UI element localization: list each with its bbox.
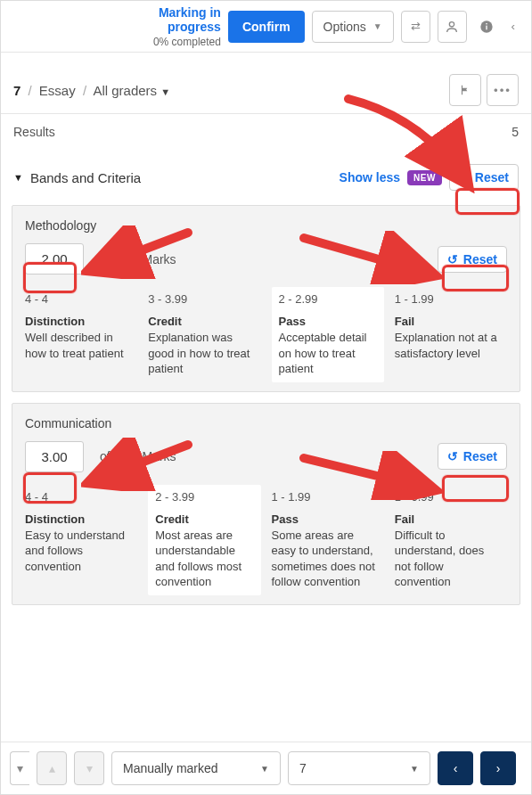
- reset-all-button[interactable]: ↺ Reset: [449, 164, 519, 191]
- collapse-button[interactable]: ‹: [506, 11, 520, 43]
- flag-button[interactable]: [449, 74, 481, 106]
- results-count: 5: [512, 125, 519, 139]
- band-cell[interactable]: 4 - 4DistinctionWell described in how to…: [25, 287, 137, 382]
- band-range: 1 - 0.99: [395, 490, 502, 504]
- bands-title: Bands and Criteria: [30, 170, 141, 185]
- page-select[interactable]: 7 ▼: [288, 751, 430, 785]
- info-icon: [479, 20, 494, 34]
- band-desc: Explanation was good in how to treat pat…: [148, 330, 255, 377]
- down-button[interactable]: ▾: [74, 751, 104, 785]
- band-cell[interactable]: 1 - 1.99PassSome areas are easy to under…: [272, 485, 384, 595]
- mark-input[interactable]: [25, 243, 84, 275]
- chevron-left-icon: ‹: [454, 761, 458, 775]
- svg-point-0: [449, 21, 454, 26]
- band-range: 4 - 4: [25, 490, 132, 504]
- results-row: Results 5: [1, 113, 531, 150]
- chevron-down-icon: ▼: [260, 764, 269, 774]
- filter-label: Manually marked: [123, 761, 218, 775]
- band-range: 1 - 1.99: [395, 292, 502, 306]
- prev-button[interactable]: ‹: [438, 751, 473, 785]
- band-name: Distinction: [25, 512, 132, 526]
- undo-icon: ↺: [447, 450, 458, 463]
- band-desc: Well described in how to treat patient: [25, 330, 132, 361]
- top-toolbar: Marking in progress 0% completed Confirm…: [1, 1, 531, 53]
- bottom-bar: ▾ ▴ ▾ Manually marked ▼ 7 ▼ ‹ ›: [1, 742, 531, 794]
- band-range: 1 - 1.99: [272, 490, 379, 504]
- band-name: Fail: [395, 512, 502, 526]
- chevron-down-icon: ▼: [373, 21, 382, 31]
- status-block: Marking in progress 0% completed: [12, 5, 221, 48]
- band-desc: Explanation not at a satisfactory level: [395, 330, 502, 361]
- criteria-card: Communicationof 0 - 4 Marks↺Reset4 - 4Di…: [12, 403, 520, 605]
- band-cell[interactable]: 2 - 2.99PassAcceptable detail on how to …: [272, 287, 384, 382]
- band-name: Credit: [148, 315, 255, 328]
- breadcrumb[interactable]: 7 / Essay / All graders ▼: [13, 83, 170, 98]
- more-button[interactable]: •••: [487, 74, 519, 106]
- more-icon: •••: [494, 84, 512, 97]
- bands-header: ▼ Bands and Criteria Show less NEW ↺ Res…: [1, 150, 531, 200]
- reset-label: Reset: [463, 252, 497, 266]
- up-button[interactable]: ▴: [37, 751, 67, 785]
- chevron-down-icon: ▼: [160, 86, 170, 97]
- reset-label: Reset: [463, 449, 497, 463]
- breadcrumb-graders: All graders: [93, 83, 157, 98]
- swap-icon: ⇄: [411, 20, 421, 33]
- breadcrumb-row: 7 / Essay / All graders ▼ •••: [1, 53, 531, 113]
- band-name: Credit: [155, 512, 253, 526]
- filter-select[interactable]: Manually marked ▼: [111, 751, 281, 785]
- show-less-link[interactable]: Show less: [340, 170, 400, 184]
- status-subtitle: 0% completed: [119, 36, 221, 48]
- breadcrumb-item-num: 7: [13, 83, 20, 98]
- reset-criteria-button[interactable]: ↺Reset: [438, 443, 507, 470]
- bands-grid: 4 - 4DistinctionWell described in how to…: [25, 287, 507, 382]
- band-name: Pass: [279, 315, 377, 328]
- band-desc: Some areas are easy to understand, somet…: [272, 528, 379, 590]
- chevron-down-icon: ▼: [410, 764, 419, 774]
- info-button[interactable]: [474, 11, 499, 43]
- criteria-input-row: of 0 - 4 Marks↺Reset: [25, 441, 507, 472]
- collapse-toggle-icon[interactable]: ▼: [13, 172, 23, 183]
- chevron-left-icon: ‹: [512, 20, 515, 33]
- band-cell[interactable]: 3 - 3.99CreditExplanation was good in ho…: [148, 287, 260, 382]
- confirm-button[interactable]: Confirm: [228, 11, 305, 43]
- mark-range-label: of 0 - 4 Marks: [100, 252, 422, 266]
- band-desc: Most areas are understandable and follow…: [155, 528, 253, 590]
- band-cell[interactable]: 2 - 3.99CreditMost areas are understanda…: [148, 485, 260, 595]
- reset-label: Reset: [475, 170, 509, 184]
- criteria-title: Communication: [25, 416, 507, 430]
- band-name: Pass: [272, 512, 379, 526]
- breadcrumb-type: Essay: [39, 83, 76, 98]
- mark-input[interactable]: [25, 441, 84, 472]
- user-button[interactable]: [438, 11, 467, 43]
- criteria-title: Methodology: [25, 218, 507, 233]
- flag-icon: [459, 84, 471, 96]
- band-cell[interactable]: 1 - 0.99FailDifficult to understand, doe…: [395, 485, 507, 595]
- band-range: 2 - 2.99: [279, 292, 377, 306]
- options-dropdown[interactable]: Options ▼: [312, 11, 394, 43]
- band-name: Distinction: [25, 315, 132, 328]
- user-icon: [445, 20, 459, 34]
- mark-range-label: of 0 - 4 Marks: [100, 449, 422, 463]
- chevron-right-icon: ›: [496, 761, 501, 775]
- band-desc: Acceptable detail on how to treat patien…: [279, 330, 377, 377]
- band-desc: Easy to understand and follows conventio…: [25, 528, 132, 575]
- swap-button[interactable]: ⇄: [401, 11, 430, 43]
- results-label: Results: [13, 125, 55, 139]
- page-num: 7: [299, 761, 307, 775]
- band-cell[interactable]: 4 - 4DistinctionEasy to understand and f…: [25, 485, 137, 595]
- next-button[interactable]: ›: [480, 751, 516, 785]
- options-label: Options: [323, 20, 366, 34]
- prev-divider-button[interactable]: ▾: [10, 751, 29, 785]
- svg-rect-2: [486, 25, 487, 29]
- undo-icon: ↺: [447, 253, 458, 266]
- undo-icon: ↺: [459, 171, 470, 184]
- status-title: Marking in progress: [119, 5, 221, 34]
- criteria-card: Methodologyof 0 - 4 Marks↺Reset4 - 4Dist…: [12, 205, 520, 392]
- criteria-input-row: of 0 - 4 Marks↺Reset: [25, 243, 507, 275]
- band-range: 3 - 3.99: [148, 292, 255, 306]
- band-name: Fail: [395, 315, 502, 328]
- reset-criteria-button[interactable]: ↺Reset: [438, 246, 507, 273]
- band-range: 4 - 4: [25, 292, 132, 306]
- band-cell[interactable]: 1 - 1.99FailExplanation not at a satisfa…: [395, 287, 507, 382]
- bands-grid: 4 - 4DistinctionEasy to understand and f…: [25, 485, 507, 595]
